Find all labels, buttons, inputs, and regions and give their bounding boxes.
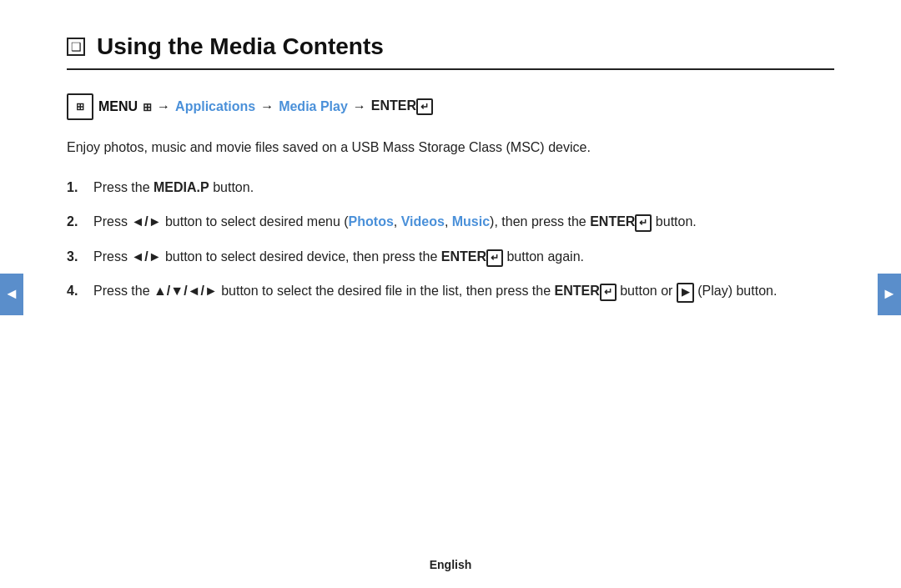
breadcrumb-enter: ENTER↵	[371, 98, 433, 116]
step-4-content: Press the ▲/▼/◄/► button to select the d…	[93, 280, 834, 302]
dpad-lr-2: ◄/►	[131, 249, 161, 264]
breadcrumb-media-play: Media Play	[279, 99, 348, 114]
page-title: Using the Media Contents	[97, 33, 384, 60]
enter-label-4: ENTER↵	[555, 284, 617, 298]
description-text: Enjoy photos, music and movie files save…	[67, 137, 834, 158]
footer: English	[0, 558, 901, 571]
step-4-num: 4.	[67, 280, 83, 302]
media-p-label: MEDIA.P	[154, 180, 209, 194]
link-music: Music	[452, 214, 490, 229]
title-row: ❑ Using the Media Contents	[67, 33, 834, 70]
enter-key-3: ↵	[486, 249, 503, 267]
breadcrumb-arrow-1: →	[157, 99, 170, 114]
step-1-num: 1.	[67, 177, 83, 199]
enter-label-2: ENTER↵	[590, 214, 652, 229]
menu-label: MENU	[98, 99, 138, 114]
enter-key-2: ↵	[635, 214, 652, 232]
left-arrow-icon: ◄	[4, 285, 19, 303]
step-3-content: Press ◄/► button to select desired devic…	[93, 246, 834, 268]
step-3: 3. Press ◄/► button to select desired de…	[67, 246, 834, 268]
enter-label-3: ENTER↵	[441, 249, 503, 264]
step-1-content: Press the MEDIA.P button.	[93, 177, 834, 199]
link-videos: Videos	[401, 214, 445, 229]
play-key: ▶	[677, 283, 694, 302]
dpad-all: ▲/▼/◄/►	[154, 284, 218, 298]
footer-language: English	[430, 558, 472, 571]
link-photos: Photos	[349, 214, 394, 229]
breadcrumb-arrow-2: →	[260, 99, 274, 114]
step-1: 1. Press the MEDIA.P button.	[67, 177, 834, 199]
breadcrumb-applications: Applications	[175, 99, 255, 114]
breadcrumb-arrow-3: →	[353, 99, 366, 114]
step-2: 2. Press ◄/► button to select desired me…	[67, 211, 834, 233]
steps-list: 1. Press the MEDIA.P button. 2. Press ◄/…	[67, 177, 834, 303]
right-arrow-icon: ►	[882, 285, 897, 303]
step-4: 4. Press the ▲/▼/◄/► button to select th…	[67, 280, 834, 302]
nav-arrow-right[interactable]: ►	[878, 274, 901, 315]
nav-arrow-left[interactable]: ◄	[0, 274, 23, 315]
enter-key-icon: ↵	[416, 98, 433, 116]
step-2-num: 2.	[67, 211, 83, 233]
page-container: ❑ Using the Media Contents ⊞ MENU ⊞ → Ap…	[0, 0, 901, 588]
enter-key-4: ↵	[600, 284, 617, 301]
breadcrumb-row: ⊞ MENU ⊞ → Applications → Media Play → E…	[67, 93, 834, 120]
dpad-lr-1: ◄/►	[131, 214, 161, 229]
step-2-content: Press ◄/► button to select desired menu …	[93, 211, 834, 233]
menu-icon: ⊞	[67, 93, 93, 120]
step-3-num: 3.	[67, 246, 83, 268]
checkbox-icon: ❑	[67, 38, 85, 56]
